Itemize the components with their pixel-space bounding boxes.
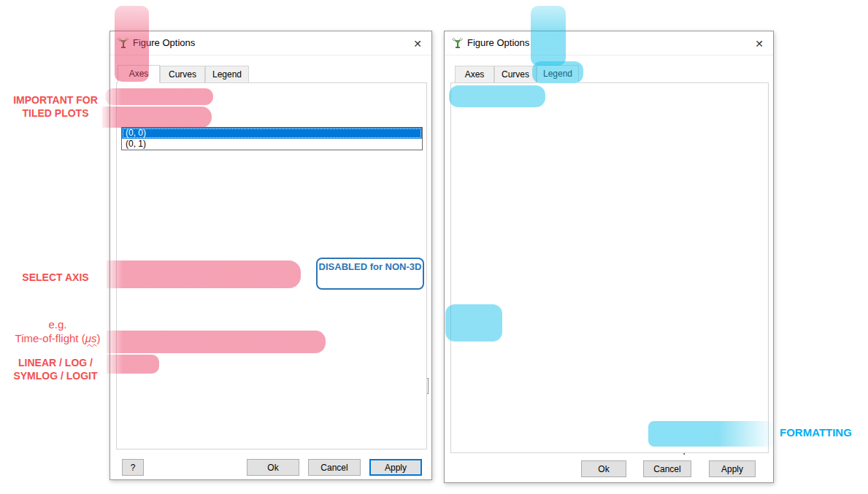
disabled-non3d-text: DISABLED for NON-3D — [318, 261, 423, 272]
annotation-mu-s: μs — [85, 332, 97, 344]
app-icon — [117, 37, 129, 50]
tab-legend[interactable]: Legend — [537, 65, 579, 83]
annotation-formatting: FORMATTING — [780, 426, 867, 439]
screen: Figure Options ✕ Axes Curves Legend Sele… — [0, 0, 868, 494]
tab-curves[interactable]: Curves — [494, 66, 537, 83]
ok-button[interactable]: Ok — [247, 459, 299, 476]
axes-option-0-0[interactable]: (0, 0) — [122, 128, 422, 139]
figure-options-dialog-axes: Figure Options ✕ Axes Curves Legend Sele… — [110, 31, 432, 480]
annotation-scale-options: LINEAR / LOG / SYMLOG / LOGIT — [0, 356, 111, 382]
tab-axes[interactable]: Axes — [455, 66, 494, 83]
tab-legend[interactable]: Legend — [205, 66, 249, 83]
window-title: Figure Options — [133, 37, 195, 48]
window-title: Figure Options — [467, 37, 529, 48]
title-bar: Figure Options ✕ — [110, 31, 431, 55]
tab-pane — [450, 82, 769, 453]
axes-option-0-1[interactable]: (0, 1) — [122, 139, 422, 150]
disabled-non3d-callout: DISABLED for NON-3D — [316, 258, 424, 290]
apply-button[interactable]: Apply — [369, 459, 422, 476]
annotation-select-axis: SELECT AXIS — [0, 271, 111, 284]
tab-curves[interactable]: Curves — [160, 66, 205, 83]
title-bar: Figure Options ✕ — [445, 31, 773, 55]
app-icon — [451, 37, 464, 50]
tab-axes[interactable]: Axes — [118, 65, 160, 83]
help-button[interactable]: ? — [122, 459, 144, 476]
close-icon[interactable]: ✕ — [410, 36, 426, 51]
annotation-example-label: e.g. Time-of-flight (μs) — [0, 317, 115, 345]
figure-options-dialog-legend: Figure Options ✕ Axes Curves Legend Hide… — [444, 31, 774, 483]
axes-dropdown-list: (0, 0) (0, 1) — [121, 127, 423, 150]
cancel-button[interactable]: Cancel — [643, 460, 691, 477]
apply-button[interactable]: Apply — [709, 460, 756, 477]
annotation-important-tiled: IMPORTANT FOR TILED PLOTS — [0, 93, 111, 120]
cancel-button[interactable]: Cancel — [308, 459, 361, 476]
close-icon[interactable]: ✕ — [751, 36, 767, 51]
ok-button[interactable]: Ok — [581, 460, 626, 477]
